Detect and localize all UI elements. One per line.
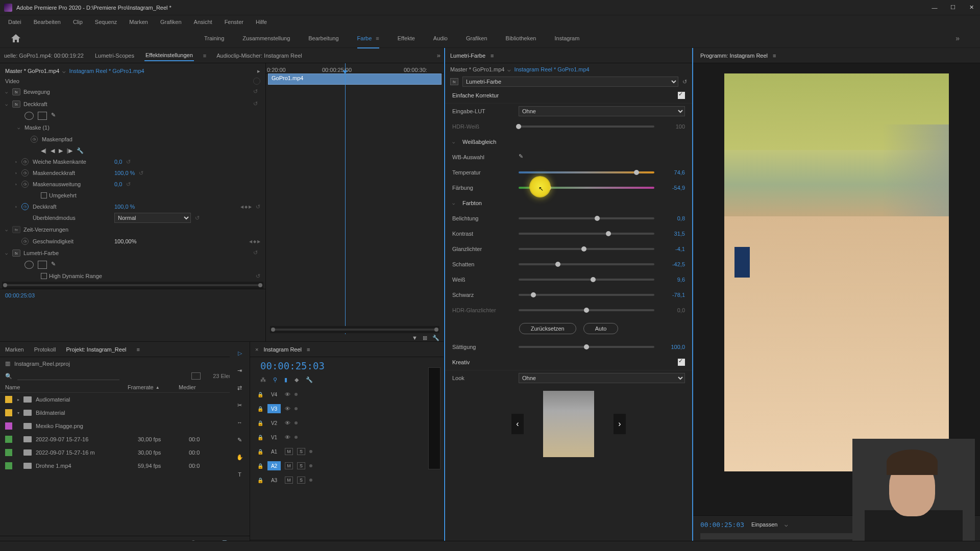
bin-icon[interactable]: ▥	[5, 360, 10, 367]
tab-protokoll[interactable]: Protokoll	[34, 346, 56, 353]
fx-badge[interactable]: fx	[12, 101, 20, 108]
expand-icon[interactable]: ▾	[17, 411, 23, 415]
playhead[interactable]	[345, 63, 346, 334]
project-row[interactable]: ▸Audiomaterial	[0, 393, 250, 406]
workspace-bearbeitung[interactable]: Bearbeitung	[299, 32, 348, 44]
reset-icon[interactable]: ↺	[126, 159, 131, 165]
visibility-icon[interactable]: 👁	[285, 391, 290, 397]
workspace-grafiken[interactable]: Grafiken	[457, 32, 497, 44]
rect-mask-icon[interactable]	[38, 261, 47, 269]
lock-icon[interactable]: 🔒	[257, 435, 263, 440]
temperature-slider[interactable]	[519, 171, 654, 173]
workspace-overflow-icon[interactable]: »	[955, 34, 960, 42]
feather-value[interactable]: 0,0	[114, 159, 122, 165]
reset-button[interactable]: Zurücksetzen	[519, 323, 576, 334]
exposure-value[interactable]: 0,8	[659, 215, 685, 221]
fit-select[interactable]: Einpassen	[751, 521, 777, 528]
reset-icon[interactable]: ↺	[126, 181, 131, 188]
marker-icon[interactable]: ▮	[284, 377, 287, 383]
twirl-icon[interactable]: ⌵	[5, 102, 10, 107]
video-track-V4[interactable]: 🔒V4👁	[250, 387, 444, 402]
label-color[interactable]	[5, 462, 12, 469]
workspace-zusammenstellung[interactable]: Zusammenstellung	[233, 32, 299, 44]
twirl-icon[interactable]: ⌵	[17, 125, 22, 130]
mute-button[interactable]: M	[285, 477, 293, 484]
menu-ansicht[interactable]: Ansicht	[189, 17, 217, 27]
reset-icon[interactable]	[253, 88, 260, 95]
lumetri-effect-select[interactable]: Lumetri-Farbe	[462, 77, 678, 87]
lumetri-sequence-link[interactable]: Instagram Reel * GoPro1.mp4	[514, 66, 589, 72]
menu-sequenz[interactable]: Sequenz	[90, 17, 122, 27]
label-color[interactable]	[5, 449, 12, 456]
temperature-value[interactable]: 74,6	[659, 169, 685, 176]
visibility-icon[interactable]: 👁	[285, 406, 290, 412]
highlights-slider[interactable]	[519, 248, 654, 250]
saturation-slider[interactable]	[519, 346, 654, 348]
slip-tool-icon[interactable]: ↔	[234, 416, 246, 429]
fx-badge[interactable]: fx	[12, 88, 20, 95]
auto-button[interactable]: Auto	[583, 323, 619, 334]
solo-button[interactable]: S	[297, 448, 305, 455]
opacity2-value[interactable]: 100,0 %	[114, 204, 135, 210]
blacks-value[interactable]: -78,1	[659, 292, 685, 298]
highlights-value[interactable]: -4,1	[659, 246, 685, 252]
stopwatch-icon[interactable]: ◷	[21, 169, 29, 177]
tab-project[interactable]: Projekt: Instagram_Reel	[66, 346, 126, 353]
project-row[interactable]: ▾Bildmaterial	[0, 406, 250, 419]
audio-track-A1[interactable]: 🔒A1MS	[250, 444, 444, 459]
sync-lock-icon[interactable]	[295, 407, 298, 410]
menu-datei[interactable]: Datei	[3, 17, 27, 27]
wrench-icon[interactable]: 🔧	[432, 335, 439, 341]
audio-track-A2[interactable]: 🔒A2MS	[250, 459, 444, 473]
stopwatch-icon[interactable]: ◷	[21, 238, 29, 245]
eyedropper-icon[interactable]: ✎	[519, 153, 527, 161]
shadows-slider[interactable]	[519, 263, 654, 265]
lock-icon[interactable]: 🔒	[257, 392, 263, 397]
time-label[interactable]: Zeit-Verzerrungen	[23, 227, 260, 233]
menu-clip[interactable]: Clip	[68, 17, 88, 27]
reset-icon[interactable]	[253, 101, 260, 108]
mask-label[interactable]: Maske (1)	[24, 124, 260, 131]
workspace-training[interactable]: Training	[195, 32, 233, 44]
search-input[interactable]	[17, 372, 119, 380]
wrench-icon[interactable]: 🔧	[77, 147, 84, 154]
panel-tab-0[interactable]: uelle: GoPro1.mp4: 00:00:19:22	[3, 51, 85, 61]
basic-correction-label[interactable]: Einfache Korrektur	[452, 92, 678, 98]
snap-icon[interactable]: ⊞	[423, 335, 427, 341]
twirl-icon[interactable]: ›	[15, 160, 21, 164]
stopwatch-icon[interactable]: ◷	[21, 181, 29, 188]
maximize-button[interactable]: ☐	[948, 3, 958, 12]
sequence-tab[interactable]: Instagram Reel	[263, 346, 302, 353]
whites-slider[interactable]	[519, 279, 654, 281]
section-toggle-icon[interactable]	[253, 78, 260, 85]
lumetri-effect-label[interactable]: Lumetri-Farbe	[23, 250, 253, 256]
label-color[interactable]	[5, 396, 12, 403]
sync-lock-icon[interactable]	[295, 393, 298, 396]
fx-badge[interactable]: fx	[12, 249, 20, 257]
wb-section-label[interactable]: Weißabgleich	[462, 139, 496, 145]
whites-value[interactable]: 9,6	[659, 277, 685, 283]
razor-tool-icon[interactable]: ✂	[234, 399, 246, 411]
label-color[interactable]	[5, 409, 12, 416]
sync-lock-icon[interactable]	[309, 479, 312, 482]
search-icon[interactable]: 🔍	[5, 373, 12, 380]
input-lut-select[interactable]: Ohne	[519, 106, 685, 116]
lock-icon[interactable]: 🔒	[257, 420, 263, 426]
step-back-icon[interactable]: ◀	[51, 147, 55, 154]
dropdown-icon[interactable]: ⌵	[785, 521, 788, 528]
label-color[interactable]	[5, 436, 12, 443]
maskopacity-value[interactable]: 100,0 %	[114, 170, 135, 176]
contrast-value[interactable]: 31,5	[659, 231, 685, 237]
menu-hilfe[interactable]: Hilfe	[251, 17, 272, 27]
twirl-icon[interactable]: ⌵	[5, 227, 10, 232]
reset-icon[interactable]: ↺	[682, 79, 687, 85]
lock-icon[interactable]: 🔒	[257, 478, 263, 483]
clip-bar[interactable]: GoPro1.mp4	[268, 73, 442, 85]
close-tab-icon[interactable]: ×	[255, 346, 258, 353]
program-timecode[interactable]: 00:00:25:03	[700, 521, 744, 529]
twirl-icon[interactable]: ⌵	[452, 201, 457, 206]
stopwatch-on-icon[interactable]: ◷	[21, 203, 29, 210]
project-row[interactable]: 2022-09-07 15-27-1630,00 fps00:0	[0, 433, 250, 446]
twirl-icon[interactable]: ⌵	[5, 89, 10, 94]
speed-value[interactable]: 100,00%	[114, 238, 136, 244]
